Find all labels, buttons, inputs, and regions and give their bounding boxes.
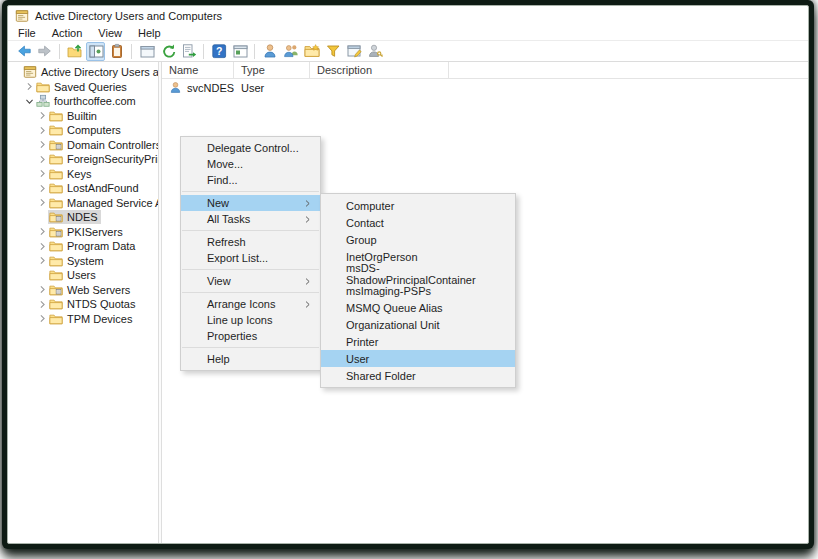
list-row-svcndes[interactable]: svcNDESUser [162, 79, 808, 96]
tree-node-body[interactable]: System [48, 254, 107, 268]
tree-item-foreignsecurityprincipals[interactable]: ForeignSecurityPrincipals [8, 152, 158, 167]
tree-item-managed-service-accoun[interactable]: Managed Service Accoun [8, 196, 158, 211]
tree-item-ntds-quotas[interactable]: NTDS Quotas [8, 297, 158, 312]
svg-text:?: ? [215, 45, 221, 57]
tree-item-domain-controllers[interactable]: Domain Controllers [8, 138, 158, 153]
chevron-right-icon[interactable] [37, 169, 48, 179]
tree-node-body[interactable]: Program Data [48, 239, 138, 253]
tree-node-body[interactable]: ForeignSecurityPrincipals [48, 152, 158, 166]
tree-node-body[interactable]: Managed Service Accoun [48, 196, 158, 210]
filter-icon[interactable] [323, 42, 342, 61]
show-console-tree-icon[interactable] [86, 42, 105, 61]
chevron-right-icon[interactable] [24, 82, 35, 92]
column-header-name[interactable]: Name [162, 62, 234, 78]
tree-item-saved-queries[interactable]: Saved Queries [8, 80, 158, 95]
tree-node-body[interactable]: TPM Devices [48, 312, 135, 326]
context-menu-item-delegate-control[interactable]: Delegate Control... [181, 140, 320, 156]
submenu-item-contact[interactable]: Contact [321, 214, 515, 231]
tree-node-body[interactable]: Saved Queries [35, 80, 130, 94]
tree-node-body[interactable]: NDES [48, 210, 101, 224]
tree-node-body[interactable]: Builtin [48, 109, 100, 123]
chevron-right-icon[interactable] [37, 111, 48, 121]
menu-action[interactable]: Action [44, 26, 91, 40]
submenu-item-computer[interactable]: Computer [321, 197, 515, 214]
chevron-right-icon[interactable] [37, 227, 48, 237]
tree-item-computers[interactable]: Computers [8, 123, 158, 138]
menu-file[interactable]: File [10, 26, 44, 40]
tree-item-program-data[interactable]: Program Data [8, 239, 158, 254]
context-menu-item-find[interactable]: Find... [181, 172, 320, 188]
forward-icon[interactable] [35, 42, 54, 61]
column-header-description[interactable]: Description [310, 62, 449, 78]
user-key-icon[interactable] [365, 42, 384, 61]
refresh-icon[interactable] [158, 42, 177, 61]
context-menu-item-arrange-icons[interactable]: Arrange Icons [181, 296, 320, 312]
tree-item-web-servers[interactable]: Web Servers [8, 283, 158, 298]
tree-node-body[interactable]: NTDS Quotas [48, 297, 138, 311]
tree-item-fourthcoffee-com[interactable]: fourthcoffee.com [8, 94, 158, 109]
chevron-right-icon[interactable] [37, 125, 48, 135]
tree-item-label: Managed Service Accoun [67, 197, 158, 209]
menu-view[interactable]: View [90, 26, 130, 40]
submenu-item-group[interactable]: Group [321, 231, 515, 248]
tree-node-body[interactable]: Active Directory Users and Comp [22, 65, 158, 79]
help-icon[interactable]: ? [209, 42, 228, 61]
submenu-item-msds-shadowprincipalcontainer[interactable]: msDS-ShadowPrincipalContainer [321, 265, 515, 282]
tree-item-keys[interactable]: Keys [8, 167, 158, 182]
back-icon[interactable] [14, 42, 33, 61]
tree-node-body[interactable]: Users [48, 268, 99, 282]
chevron-right-icon[interactable] [37, 285, 48, 295]
export-list-icon[interactable] [179, 42, 198, 61]
tree-node-body[interactable]: LostAndFound [48, 181, 142, 195]
new-user-icon[interactable] [260, 42, 279, 61]
context-menu-item-refresh[interactable]: Refresh [181, 234, 320, 250]
column-header-type[interactable]: Type [234, 62, 310, 78]
chevron-down-icon[interactable] [24, 96, 35, 106]
context-menu-item-properties[interactable]: Properties [181, 328, 320, 344]
chevron-right-icon[interactable] [37, 140, 48, 150]
context-menu-item-new[interactable]: New [181, 195, 320, 211]
chevron-right-icon[interactable] [37, 154, 48, 164]
new-organizational-unit-icon[interactable] [302, 42, 321, 61]
submenu-item-organizational-unit[interactable]: Organizational Unit [321, 316, 515, 333]
tree-node-body[interactable]: Web Servers [48, 283, 133, 297]
submenu-item-printer[interactable]: Printer [321, 333, 515, 350]
context-menu-item-all-tasks[interactable]: All Tasks [181, 211, 320, 227]
tree-item-users[interactable]: Users [8, 268, 158, 283]
window-icon[interactable] [137, 42, 156, 61]
tree-node-body[interactable]: Computers [48, 123, 124, 137]
context-menu-item-view[interactable]: View [181, 273, 320, 289]
clipboard-icon[interactable] [107, 42, 126, 61]
cell-text: svcNDES [187, 82, 234, 94]
chevron-right-icon[interactable] [37, 256, 48, 266]
tree-node-body[interactable]: Domain Controllers [48, 138, 158, 152]
tree-item-builtin[interactable]: Builtin [8, 109, 158, 124]
chevron-right-icon[interactable] [37, 241, 48, 251]
context-menu-item-export-list[interactable]: Export List... [181, 250, 320, 266]
properties-window-icon[interactable] [344, 42, 363, 61]
chevron-right-icon[interactable] [37, 183, 48, 193]
submenu-item-msmq-queue-alias[interactable]: MSMQ Queue Alias [321, 299, 515, 316]
chevron-right-icon[interactable] [37, 314, 48, 324]
tree-item-system[interactable]: System [8, 254, 158, 269]
tree-item-active-directory-users-and-comp[interactable]: Active Directory Users and Comp [8, 65, 158, 80]
tree-item-pkiservers[interactable]: PKIServers [8, 225, 158, 240]
context-menu-item-help[interactable]: Help [181, 351, 320, 367]
menu-help[interactable]: Help [130, 26, 169, 40]
chevron-right-icon[interactable] [37, 299, 48, 309]
up-one-level-icon[interactable] [65, 42, 84, 61]
chevron-right-icon[interactable] [37, 198, 48, 208]
tree-item-tpm-devices[interactable]: TPM Devices [8, 312, 158, 327]
submenu-item-user[interactable]: User [321, 350, 515, 367]
console-window-icon[interactable] [230, 42, 249, 61]
context-menu-item-move[interactable]: Move... [181, 156, 320, 172]
new-group-icon[interactable] [281, 42, 300, 61]
tree-node-body[interactable]: fourthcoffee.com [35, 94, 139, 108]
submenu-item-msimaging-psps[interactable]: msImaging-PSPs [321, 282, 515, 299]
tree-item-ndes[interactable]: NDES [8, 210, 158, 225]
submenu-item-shared-folder[interactable]: Shared Folder [321, 367, 515, 384]
context-menu-item-line-up-icons[interactable]: Line up Icons [181, 312, 320, 328]
tree-item-lostandfound[interactable]: LostAndFound [8, 181, 158, 196]
tree-node-body[interactable]: PKIServers [48, 225, 126, 239]
tree-node-body[interactable]: Keys [48, 167, 94, 181]
